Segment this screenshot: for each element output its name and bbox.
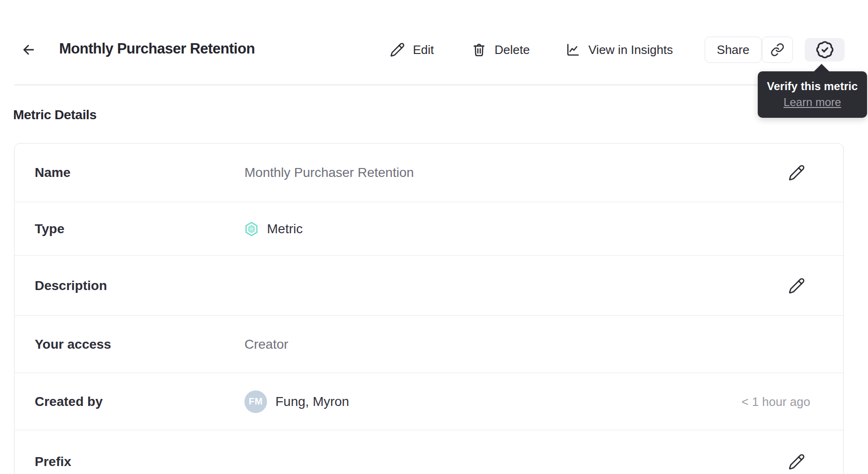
arrow-left-icon [21, 42, 37, 58]
chain-link-icon [770, 43, 784, 57]
created-timestamp: < 1 hour ago [741, 394, 810, 409]
tooltip-arrow [814, 64, 830, 72]
edit-name-button[interactable] [788, 164, 806, 182]
row-label: Created by [35, 394, 244, 409]
tooltip-learn-more-link[interactable]: Learn more [784, 94, 841, 110]
view-in-insights-button[interactable]: View in Insights [565, 37, 673, 63]
metric-details-page: Monthly Purchaser Retention Edit Delete … [0, 0, 868, 474]
type-value-label: Metric [267, 222, 303, 237]
pencil-icon [788, 277, 805, 294]
trash-icon [472, 42, 487, 57]
view-in-insights-label: View in Insights [588, 43, 673, 57]
delete-button-label: Delete [495, 43, 530, 57]
section-heading: Metric Details [13, 107, 97, 122]
verify-tooltip: Verify this metric Learn more [758, 71, 867, 118]
copy-link-button[interactable] [762, 37, 793, 63]
row-value: Monthly Purchaser Retention [244, 165, 414, 180]
table-row-name: Name Monthly Purchaser Retention [15, 144, 843, 202]
share-button-label: Share [717, 43, 749, 57]
pencil-icon [788, 164, 805, 181]
table-row-type: Type Metric [15, 202, 843, 255]
verified-badge-icon [815, 40, 834, 59]
row-label: Name [35, 165, 244, 180]
table-row-your-access: Your access Creator [15, 315, 843, 373]
pencil-icon [788, 453, 805, 470]
table-row-description: Description [15, 255, 843, 315]
edit-description-button[interactable] [788, 277, 806, 295]
metric-details-card: Name Monthly Purchaser Retention Type [14, 143, 844, 474]
back-button[interactable] [20, 41, 38, 59]
pencil-icon [390, 42, 405, 57]
delete-button[interactable]: Delete [472, 37, 530, 63]
row-label: Type [35, 222, 244, 237]
header-divider [14, 84, 855, 85]
table-row-created-by: Created by FM Fung, Myron < 1 hour ago [15, 373, 843, 430]
page-title: Monthly Purchaser Retention [59, 40, 255, 57]
line-chart-icon [565, 42, 580, 57]
edit-prefix-button[interactable] [788, 453, 806, 471]
tooltip-title: Verify this metric [767, 78, 858, 94]
created-by-name: Fung, Myron [275, 394, 349, 409]
row-value: FM Fung, Myron [244, 390, 349, 413]
row-value: Creator [244, 337, 288, 352]
edit-button-label: Edit [413, 43, 434, 57]
verify-metric-button[interactable] [805, 38, 845, 61]
share-button[interactable]: Share [705, 37, 761, 63]
row-label: Description [35, 278, 244, 293]
edit-button[interactable]: Edit [390, 37, 434, 63]
table-row-prefix: Prefix [15, 430, 843, 474]
row-label: Prefix [35, 454, 244, 469]
row-label: Your access [35, 337, 244, 352]
avatar: FM [244, 390, 267, 413]
teal-hexagon-icon [244, 222, 259, 237]
row-value: Metric [244, 222, 303, 237]
